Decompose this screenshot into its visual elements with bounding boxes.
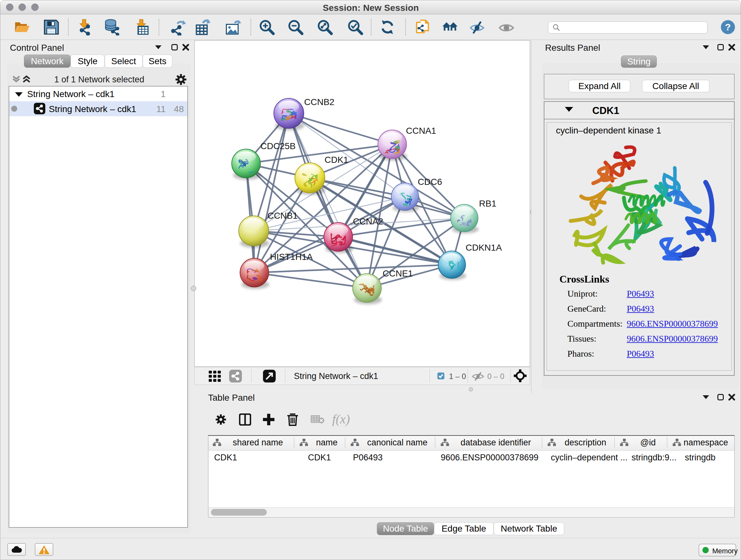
svg-text:CDC6: CDC6 [418, 177, 442, 187]
svg-text:CCNB2: CCNB2 [304, 97, 334, 107]
svg-text:RB1: RB1 [479, 199, 496, 208]
svg-text:CDK1: CDK1 [325, 155, 348, 165]
svg-text:CCNE1: CCNE1 [383, 268, 413, 278]
svg-text:CCNB1: CCNB1 [267, 211, 298, 221]
svg-text:CDC25B: CDC25B [260, 141, 295, 151]
svg-text:CDKN1A: CDKN1A [466, 243, 502, 253]
svg-text:HIST1H1A: HIST1H1A [270, 252, 313, 262]
svg-text:CCNA2: CCNA2 [353, 216, 383, 226]
svg-text:CCNA1: CCNA1 [406, 126, 436, 136]
